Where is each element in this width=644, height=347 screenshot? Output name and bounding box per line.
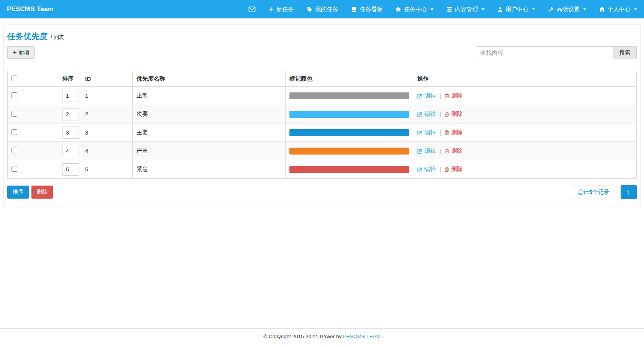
search-button[interactable]: 搜索	[613, 46, 637, 59]
row-checkbox[interactable]	[12, 129, 17, 135]
delete-link[interactable]: 删除	[444, 166, 463, 173]
content-panel: 任务优先度 / 列表 新增 搜索 排序 ID 优先度名称 标记颜色 操作	[3, 25, 641, 206]
color-bar	[289, 166, 409, 173]
toolbar: 新增 搜索	[7, 46, 637, 59]
row-checkbox[interactable]	[12, 148, 17, 153]
color-bar	[289, 129, 409, 136]
header-color: 标记颜色	[286, 71, 413, 87]
row-id: 4	[81, 142, 133, 160]
sort-order-input[interactable]	[62, 145, 79, 157]
delete-link[interactable]: 删除	[444, 147, 463, 155]
pescms-team-link[interactable]: PESCMS TEAM	[343, 334, 381, 339]
priority-name: 主要	[133, 123, 286, 142]
search-input[interactable]	[476, 46, 613, 59]
color-bar	[289, 111, 409, 118]
priority-name: 紧急	[133, 160, 286, 179]
nav-task-board[interactable]: 任务看板	[351, 6, 383, 13]
plus-icon	[269, 7, 274, 12]
search-group: 搜索	[476, 46, 637, 59]
row-checkbox[interactable]	[12, 166, 17, 172]
page-header: 任务优先度 / 列表	[7, 31, 637, 42]
table-row: 5 紧急 编辑 | 删除	[8, 160, 637, 179]
delete-link[interactable]: 删除	[444, 92, 463, 99]
edit-link[interactable]: 编辑	[417, 92, 436, 99]
header-sort: 排序	[58, 71, 81, 87]
edit-link[interactable]: 编辑	[417, 147, 436, 155]
table-row: 3 主要 编辑 | 删除	[8, 123, 637, 142]
action-separator: |	[439, 148, 441, 154]
row-id: 2	[81, 105, 133, 123]
priority-name: 严重	[133, 142, 286, 160]
home-icon	[599, 7, 605, 12]
action-separator: |	[439, 166, 441, 173]
chevron-down-icon	[583, 8, 586, 10]
priority-table: 排序 ID 优先度名称 标记颜色 操作 1 正常 编辑 | 删除	[7, 71, 637, 179]
nav-my-tasks[interactable]: 我的任务	[307, 6, 338, 13]
header-action: 操作	[413, 71, 637, 87]
book-icon	[351, 7, 357, 12]
table-header-row: 排序 ID 优先度名称 标记颜色 操作	[8, 71, 637, 87]
page-title: 任务优先度	[7, 31, 48, 42]
action-separator: |	[439, 111, 441, 117]
edit-link[interactable]: 编辑	[417, 129, 436, 136]
bottom-bar: 排序 删除 总计5个记录 1	[7, 185, 637, 199]
priority-name: 次要	[133, 105, 286, 123]
row-checkbox[interactable]	[12, 111, 17, 117]
edit-link[interactable]: 编辑	[417, 166, 436, 173]
pagination: 总计5个记录 1	[572, 185, 637, 199]
bookmark-icon	[396, 7, 401, 12]
color-bar	[289, 92, 409, 99]
nav-content-manage[interactable]: 内容管理	[447, 6, 485, 13]
row-checkbox[interactable]	[12, 92, 17, 98]
top-navbar: PESCMS Team 新任务 我的任务 任务看板	[0, 0, 644, 18]
user-icon	[498, 7, 503, 12]
nav-messages[interactable]	[248, 7, 256, 12]
edit-link[interactable]: 编辑	[417, 110, 436, 118]
action-separator: |	[439, 129, 441, 136]
database-icon	[447, 7, 452, 12]
delete-link[interactable]: 删除	[444, 110, 463, 118]
chevron-down-icon	[532, 8, 535, 10]
delete-link[interactable]: 删除	[444, 129, 463, 136]
header-id: ID	[81, 71, 133, 87]
chevron-down-icon	[634, 8, 637, 10]
sort-order-input[interactable]	[62, 163, 79, 176]
action-separator: |	[439, 92, 441, 99]
chevron-down-icon	[481, 8, 485, 10]
tag-icon	[307, 7, 312, 12]
table-row: 1 正常 编辑 | 删除	[8, 87, 637, 105]
header-name: 优先度名称	[133, 71, 286, 87]
row-id: 3	[81, 123, 133, 142]
nav-advanced-settings[interactable]: 高级设置	[548, 6, 586, 13]
total-records: 总计5个记录	[572, 186, 615, 199]
sort-button[interactable]: 排序	[7, 186, 29, 199]
row-id: 1	[81, 87, 133, 105]
table-row: 4 严重 编辑 | 删除	[8, 142, 637, 160]
plus-icon	[13, 49, 17, 56]
chevron-down-icon	[430, 8, 434, 10]
brand-logo[interactable]: PESCMS Team	[7, 5, 54, 13]
sort-order-input[interactable]	[62, 90, 79, 102]
breadcrumb: / 列表	[51, 34, 64, 41]
nav-task-center[interactable]: 任务中心	[396, 6, 434, 13]
dashed-separator	[7, 65, 637, 65]
nav-personal-center[interactable]: 个人中心	[599, 6, 637, 13]
sort-order-input[interactable]	[62, 108, 79, 120]
copyright-text: © Copyright 2015-2022. Power by	[263, 334, 343, 339]
wrench-icon	[548, 7, 554, 12]
color-bar	[289, 148, 409, 155]
page-button-1[interactable]: 1	[621, 185, 637, 199]
select-all-checkbox[interactable]	[12, 76, 17, 81]
priority-name: 正常	[133, 87, 286, 105]
main-nav: 新任务 我的任务 任务看板 任务中心 内容管理	[248, 6, 637, 13]
sort-order-input[interactable]	[62, 127, 79, 139]
nav-new-task[interactable]: 新任务	[269, 6, 294, 13]
footer: © Copyright 2015-2022. Power by PESCMS T…	[0, 328, 644, 339]
table-row: 2 次要 编辑 | 删除	[8, 105, 637, 123]
add-button[interactable]: 新增	[7, 46, 35, 59]
delete-button[interactable]: 删除	[31, 186, 53, 199]
nav-user-center[interactable]: 用户中心	[498, 6, 535, 13]
envelope-icon	[248, 7, 256, 12]
row-id: 5	[81, 160, 133, 179]
